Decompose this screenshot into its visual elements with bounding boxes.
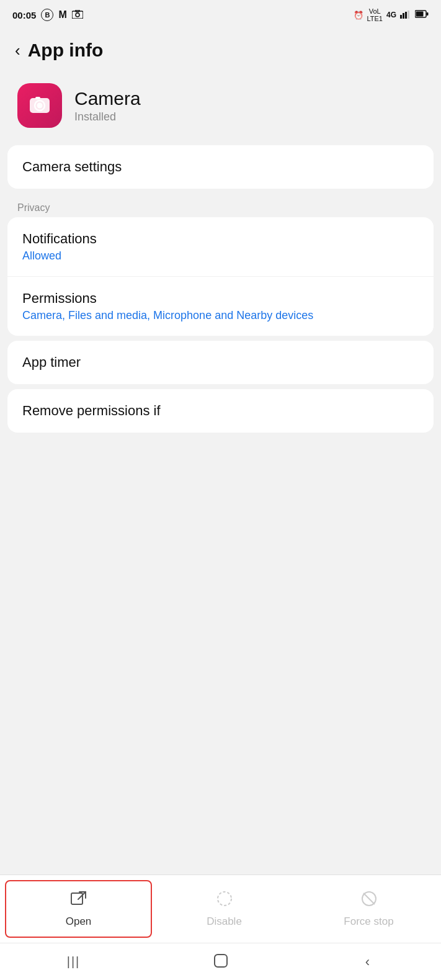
vol-lte-icon: VoLLTE1 xyxy=(367,7,383,22)
back-button[interactable]: ‹ xyxy=(15,41,20,60)
svg-line-17 xyxy=(363,893,375,904)
open-button[interactable]: Open xyxy=(5,880,152,938)
svg-rect-18 xyxy=(215,955,227,967)
recents-nav-button[interactable]: ||| xyxy=(61,950,86,974)
svg-rect-0 xyxy=(72,11,83,19)
b-icon: B xyxy=(41,9,53,21)
home-nav-button[interactable] xyxy=(208,950,233,974)
app-timer-title: App timer xyxy=(22,354,419,371)
svg-rect-13 xyxy=(35,97,40,99)
home-icon xyxy=(212,952,229,972)
svg-rect-6 xyxy=(408,11,409,19)
status-bar-right: ⏰ VoLLTE1 4G xyxy=(354,7,429,22)
gmail-icon: M xyxy=(58,9,66,20)
disable-icon xyxy=(216,890,233,912)
open-label: Open xyxy=(66,915,92,928)
permissions-subtitle: Camera, Files and media, Microphone and … xyxy=(22,309,419,322)
remove-permissions-item[interactable]: Remove permissions if xyxy=(7,389,434,433)
svg-rect-14 xyxy=(71,893,82,904)
status-bar-left: 00:05 B M xyxy=(12,9,83,21)
force-stop-label: Force stop xyxy=(344,915,393,928)
camera-settings-label: Camera settings xyxy=(22,159,122,174)
camera-settings-item[interactable]: Camera settings xyxy=(7,145,434,189)
svg-rect-9 xyxy=(416,12,424,17)
app-icon xyxy=(17,83,62,128)
app-info-section: Camera Installed xyxy=(0,68,441,145)
disable-label: Disable xyxy=(207,915,242,928)
svg-rect-8 xyxy=(427,12,429,16)
nav-bar: ||| ‹ xyxy=(0,943,441,980)
svg-rect-5 xyxy=(405,12,407,19)
photo-icon xyxy=(72,10,83,20)
back-nav-icon: ‹ xyxy=(365,954,370,970)
remove-permissions-title: Remove permissions if xyxy=(22,403,419,419)
app-status: Installed xyxy=(74,110,141,124)
disable-button[interactable]: Disable xyxy=(152,875,296,943)
notifications-title: Notifications xyxy=(22,231,419,247)
app-name-container: Camera Installed xyxy=(74,88,141,124)
signal-icon xyxy=(400,10,411,20)
bottom-action-bar: Open Disable Force stop xyxy=(0,874,441,943)
recents-icon: ||| xyxy=(67,955,81,969)
svg-rect-3 xyxy=(400,15,402,19)
svg-point-1 xyxy=(76,13,79,17)
notifications-item[interactable]: Notifications Allowed xyxy=(7,217,434,277)
page-title: App info xyxy=(28,40,104,61)
open-icon xyxy=(70,890,87,912)
back-nav-button[interactable]: ‹ xyxy=(355,950,380,974)
svg-rect-4 xyxy=(403,13,404,19)
status-bar: 00:05 B M ⏰ VoLLTE1 4G xyxy=(0,0,441,30)
alarm-icon: ⏰ xyxy=(354,11,363,20)
header: ‹ App info xyxy=(0,30,441,68)
camera-settings-card[interactable]: Camera settings xyxy=(7,145,434,189)
app-name: Camera xyxy=(74,88,141,109)
force-stop-icon xyxy=(360,890,378,912)
permissions-title: Permissions xyxy=(22,290,419,307)
battery-icon xyxy=(415,10,429,20)
4g-icon: 4G xyxy=(386,11,396,19)
svg-point-15 xyxy=(218,892,231,906)
svg-point-12 xyxy=(37,103,43,109)
force-stop-button[interactable]: Force stop xyxy=(296,875,441,943)
time-display: 00:05 xyxy=(12,10,36,20)
permissions-item[interactable]: Permissions Camera, Files and media, Mic… xyxy=(7,277,434,336)
notifications-subtitle: Allowed xyxy=(22,249,419,263)
privacy-card: Notifications Allowed Permissions Camera… xyxy=(7,217,434,336)
privacy-section-label: Privacy xyxy=(0,194,441,217)
app-timer-item[interactable]: App timer xyxy=(7,341,434,384)
